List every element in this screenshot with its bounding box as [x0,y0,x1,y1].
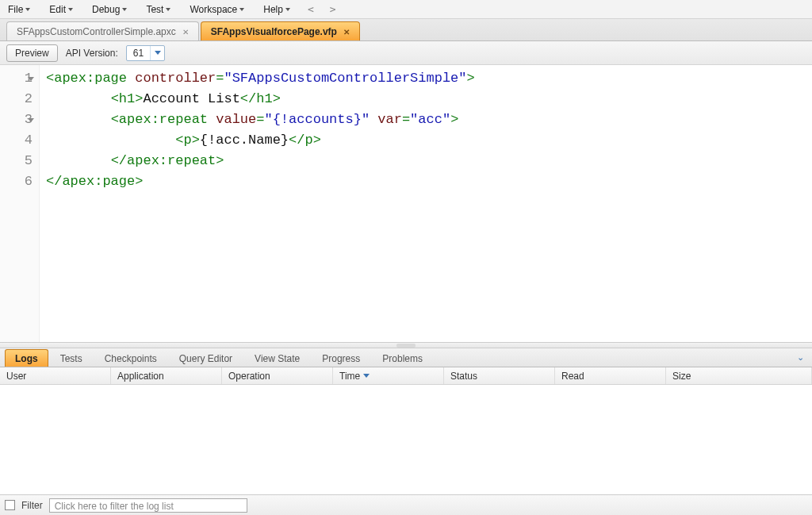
code-line[interactable]: <apex:page controller="SFAppsCustomContr… [46,68,806,89]
code-line[interactable]: </apex:repeat> [46,151,806,171]
nav-forward-button[interactable]: > [327,3,339,15]
chevron-down-icon [68,8,73,11]
chevron-down-icon [25,8,30,11]
column-header-read[interactable]: Read [555,367,666,384]
code-line[interactable]: <h1>Account List</h1> [46,89,806,110]
chevron-down-icon [155,51,161,55]
file-tab[interactable]: SFAppsCustomControllerSimple.apxc✕ [6,21,199,40]
bottom-tab-progress[interactable]: Progress [312,349,370,367]
line-number: 5 [3,151,33,171]
chevron-down-icon [166,8,170,11]
dropdown-trigger[interactable] [150,46,164,60]
line-number: 2 [3,89,33,110]
code-line[interactable]: </apex:page> [46,171,806,192]
grip-icon [396,344,416,348]
code-line[interactable]: <apex:repeat value="{!accounts}" var="ac… [46,110,806,130]
column-header-application[interactable]: Application [111,367,222,384]
bottom-tab-tests[interactable]: Tests [50,349,93,367]
filter-label: Filter [21,500,43,511]
column-header-time[interactable]: Time [333,367,444,384]
chevron-down-icon [285,8,290,11]
logs-grid-header: UserApplicationOperationTimeStatusReadSi… [0,367,812,385]
line-number: 1 [3,68,33,89]
column-header-status[interactable]: Status [444,367,555,384]
bottom-tab-logs[interactable]: Logs [5,349,48,367]
editor-toolbar: Preview API Version: 61 [0,41,812,65]
api-version-value: 61 [127,48,150,59]
file-tabbar: SFAppsCustomControllerSimple.apxc✕SFApps… [0,19,812,41]
menu-help[interactable]: Help [259,2,295,17]
filter-bar: Filter Click here to filter the log list [0,494,812,515]
bottom-tab-query-editor[interactable]: Query Editor [169,349,243,367]
menu-file[interactable]: File [3,2,35,17]
close-icon[interactable]: ✕ [342,28,351,37]
code-line[interactable]: <p>{!acc.Name}</p> [46,130,806,151]
line-number: 4 [3,130,33,151]
horizontal-splitter[interactable] [0,342,812,348]
nav-back-button[interactable]: < [304,3,317,15]
bottom-tab-view-state[interactable]: View State [244,349,310,367]
bottom-panel: LogsTestsCheckpointsQuery EditorView Sta… [0,348,812,515]
column-header-size[interactable]: Size [666,367,812,384]
menu-edit[interactable]: Edit [44,2,78,17]
api-version-label: API Version: [66,48,118,59]
logs-grid-body[interactable] [0,385,812,494]
code-area[interactable]: <apex:page controller="SFAppsCustomContr… [40,65,812,342]
fold-toggle-icon[interactable] [28,77,34,81]
menu-workspace[interactable]: Workspace [185,2,249,17]
bottom-tab-checkpoints[interactable]: Checkpoints [94,349,167,367]
line-gutter: 123456 [0,65,40,342]
menu-debug[interactable]: Debug [87,2,132,17]
preview-button[interactable]: Preview [6,44,58,62]
close-icon[interactable]: ✕ [181,28,190,37]
sort-desc-icon [363,374,370,378]
filter-input[interactable]: Click here to filter the log list [49,498,247,513]
line-number: 3 [3,110,33,130]
filter-checkbox[interactable] [5,500,15,510]
line-number: 6 [3,171,33,192]
chevron-down-icon [239,8,244,11]
file-tab-label: SFAppsVisualforcePage.vfp [211,26,337,37]
file-tab[interactable]: SFAppsVisualforcePage.vfp✕ [201,21,360,40]
menu-test[interactable]: Test [141,2,175,17]
chevron-down-icon [122,8,127,11]
api-version-select[interactable]: 61 [126,45,165,61]
code-editor[interactable]: 123456 <apex:page controller="SFAppsCust… [0,65,812,342]
bottom-tabbar: LogsTestsCheckpointsQuery EditorView Sta… [0,348,812,367]
bottom-tab-problems[interactable]: Problems [372,349,433,367]
file-tab-label: SFAppsCustomControllerSimple.apxc [17,26,176,37]
column-header-user[interactable]: User [0,367,111,384]
fold-toggle-icon[interactable] [28,118,34,122]
menubar: File Edit Debug Test Workspace Help < > [0,0,812,19]
collapse-panel-icon[interactable]: ⌄ [794,352,807,363]
column-header-operation[interactable]: Operation [222,367,333,384]
